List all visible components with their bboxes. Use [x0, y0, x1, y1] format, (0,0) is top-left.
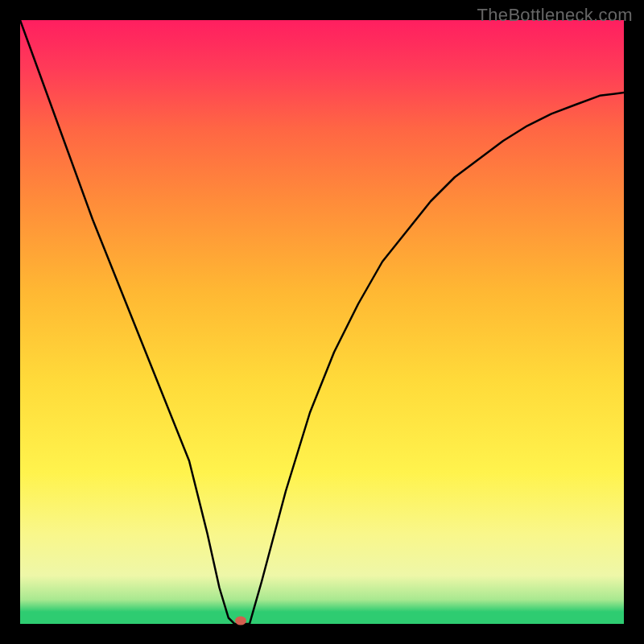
optimal-marker: [235, 617, 246, 625]
bottleneck-curve: [20, 20, 624, 624]
watermark-text: TheBottleneck.com: [477, 5, 633, 26]
chart-area: [20, 20, 624, 624]
